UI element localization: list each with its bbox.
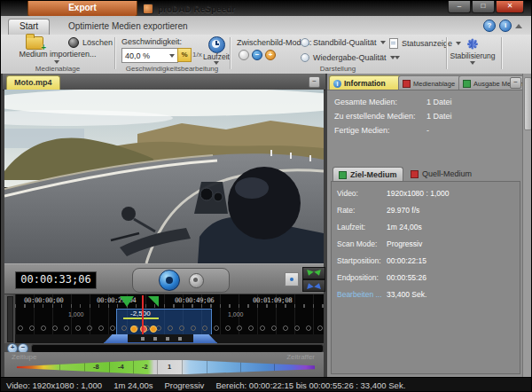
field-value: 00:00:55:26	[387, 273, 426, 282]
mode-minus-icon[interactable]: −	[252, 50, 262, 60]
delete-button[interactable]: Löschen	[68, 37, 113, 48]
status-duration: 1m 24,00s	[113, 380, 153, 390]
zone-start-flag-icon[interactable]	[120, 296, 134, 307]
field-value: 1920x1080 : 1,000	[387, 189, 449, 198]
play-button[interactable]	[159, 270, 180, 291]
export-menu-tab[interactable]: Export	[27, 1, 137, 17]
timeline-content[interactable]: 00:00:00;00 00:00:29;04 00:00:49;06 00:0…	[15, 294, 324, 344]
field-label: Laufzeit:	[337, 223, 365, 231]
app-title: proDAD ReSpeedr	[143, 3, 235, 15]
field-value: 1m 24,00s	[387, 223, 422, 231]
field-value: 33,400 Sek.	[387, 290, 426, 299]
zone-right-handle[interactable]	[193, 334, 217, 343]
tab-information[interactable]: i Information	[329, 75, 403, 90]
group-medienablage: Medienablage	[1, 65, 114, 73]
tab-optimierte-medien-exportieren[interactable]: Optimierte Medien exportieren	[59, 19, 197, 34]
tab-start[interactable]: Start	[8, 19, 50, 35]
folder-plus-icon: +	[26, 36, 43, 50]
panel-collapse-button[interactable]: −	[510, 77, 521, 89]
keyframe-dot-orange[interactable]	[130, 325, 137, 333]
red-square-icon	[403, 80, 411, 88]
summary-value: 1 Datei	[426, 98, 452, 106]
statusanzeige-button[interactable]: Statusanzeige	[389, 38, 461, 49]
import-medium-button[interactable]: +	[26, 36, 43, 50]
import-medium-label[interactable]: Medium importieren...	[3, 50, 113, 59]
set-in-out-button[interactable]	[302, 267, 325, 279]
video-preview[interactable]	[4, 90, 324, 263]
mode-normal-icon[interactable]	[239, 50, 249, 60]
speed-value-right: 1,000	[228, 311, 244, 318]
green-square-icon	[463, 80, 471, 88]
laufzeit-button[interactable]	[208, 36, 225, 53]
medium-details-box: Video: 1920x1080 : 1,000 Rate: 29.970 f/…	[331, 181, 520, 374]
field-value: 29.970 f/s	[387, 206, 419, 215]
summary-value: -	[426, 126, 429, 135]
mode-plus-icon[interactable]: +	[265, 50, 276, 60]
tab-medienablage[interactable]: Medienablage	[398, 75, 464, 90]
tab-ziel-medium[interactable]: Ziel-Medium	[332, 167, 403, 182]
stop-button[interactable]	[189, 273, 204, 288]
wiedergabe-qualitaet-button[interactable]: Wiedergabe-Qualität	[301, 53, 395, 62]
summary-label: Zu erstellende Medien:	[334, 112, 416, 121]
blue-arrows-icon	[305, 282, 313, 289]
field-label: Scan Mode:	[337, 239, 377, 248]
title-bar: Export proDAD ReSpeedr – □ ✕	[1, 1, 531, 16]
information-body: Gesamte Medien: 1 Datei Zu erstellende M…	[327, 90, 522, 378]
import-caret-icon[interactable]	[54, 60, 59, 64]
main-area: Moto.mp4 −	[1, 74, 531, 377]
bearbeiten-link[interactable]: Bearbeiten ...	[337, 290, 382, 299]
zone-left-handle[interactable]	[104, 334, 128, 343]
standbild-qualitaet-button[interactable]: Standbild-Qualität	[301, 38, 386, 47]
timeline-track-scrollbar[interactable]	[4, 294, 15, 344]
percent-toggle-button[interactable]: %	[177, 48, 192, 62]
summary-label: Fertige Medien:	[334, 126, 390, 135]
speed-value-left: 1,000	[68, 311, 84, 318]
tab-quell-medium[interactable]: Quell-Medium	[405, 167, 477, 181]
stabilisierung-button[interactable]	[466, 36, 480, 51]
ribbon-tab-row: Start Optimierte Medien exportieren ? i	[1, 16, 531, 35]
video-frame-image	[4, 90, 324, 263]
ruler-label: 00:00:00;00	[24, 296, 63, 304]
goto-range-button[interactable]	[302, 279, 325, 292]
status-scanmode: Progressiv	[165, 380, 205, 390]
playback-bar: 00:00:33;06	[4, 263, 324, 294]
field-value: Progressiv	[387, 239, 422, 248]
collapse-ribbon-icon[interactable]	[515, 24, 522, 28]
quality-dot-icon	[301, 53, 309, 62]
field-value: 00:00:22:15	[387, 256, 426, 265]
keyframe-dots-row[interactable]	[15, 322, 324, 334]
tab-moto-mp4[interactable]: Moto.mp4	[6, 75, 60, 90]
stabilisierung-label[interactable]: Stabilisierung	[446, 51, 499, 60]
timeline: 00:00:00;00 00:00:29;04 00:00:49;06 00:0…	[4, 294, 324, 344]
close-button[interactable]: ✕	[496, 1, 524, 13]
speed-combobox[interactable]: 40,0 %	[121, 48, 178, 63]
status-bar: Video: 1920x1080 : 1,000 1m 24,00s Progr…	[1, 377, 532, 392]
scale-tick: -2	[142, 363, 148, 371]
help-icon[interactable]: ?	[483, 20, 496, 32]
status-extra-caret-icon[interactable]	[395, 56, 400, 59]
combo-caret-icon	[169, 54, 175, 58]
speed-scale-gradient[interactable]: -8 -4 -2 1	[17, 359, 315, 375]
timecode-display: 00:00:33;06	[15, 271, 97, 289]
marker-point-button[interactable]	[285, 272, 299, 286]
panel-scrollbar[interactable]	[522, 74, 532, 377]
zone-end-flag-icon[interactable]	[148, 296, 159, 307]
maximize-button[interactable]: □	[472, 1, 495, 13]
stabilisierung-caret-icon[interactable]	[470, 61, 475, 65]
quality-dot-icon	[301, 38, 309, 47]
app-window: Export proDAD ReSpeedr – □ ✕ Start Optim…	[0, 0, 532, 392]
standbild-caret-icon	[380, 41, 386, 44]
minimize-button[interactable]: –	[448, 1, 471, 13]
field-label: Startposition:	[337, 256, 381, 265]
keyframe-dot-orange[interactable]	[150, 325, 157, 333]
info-icon[interactable]: i	[499, 20, 512, 32]
status-caret-icon	[456, 42, 461, 45]
green-square-icon	[339, 171, 347, 179]
summary-label: Gesamte Medien:	[334, 98, 397, 106]
zwischenbild-mode-group: − +	[239, 50, 276, 60]
field-label: Rate:	[337, 206, 355, 215]
timeline-zoom-row: + −	[4, 343, 324, 352]
document-icon	[389, 38, 398, 49]
ribbon: + Medium importieren... Löschen Medienab…	[1, 35, 531, 74]
video-collapse-button[interactable]: −	[309, 76, 320, 88]
